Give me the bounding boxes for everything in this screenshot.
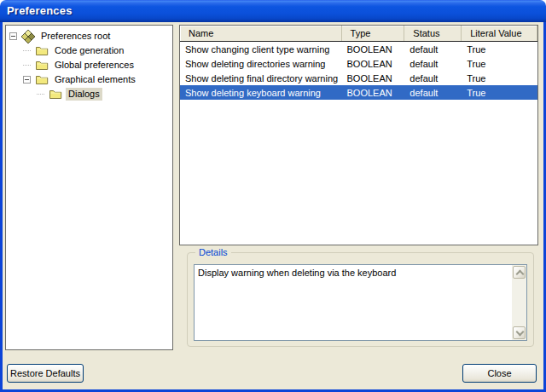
properties-table: NameTypeStatusLiteral Value Show changin…: [179, 25, 538, 245]
cell-literal-value: True: [462, 59, 537, 69]
tree-item-label: Code generation: [52, 44, 126, 57]
column-header-literal-value[interactable]: Literal Value: [462, 26, 537, 41]
folder-icon: [35, 59, 49, 72]
restore-defaults-button[interactable]: Restore Defaults: [7, 364, 84, 383]
scroll-down-icon: [516, 328, 525, 337]
tree-expander-minus-icon[interactable]: [9, 32, 17, 40]
table-row[interactable]: Show changing client type warningBOOLEAN…: [180, 42, 537, 56]
cell-name: Show deleting keyboard warning: [180, 88, 342, 98]
tree-item-label: Graphical elements: [52, 73, 138, 86]
preferences-root-icon: [21, 30, 36, 43]
cell-type: BOOLEAN: [342, 59, 405, 69]
scroll-up-icon: [516, 270, 525, 279]
table-row[interactable]: Show deleting final directory warningBOO…: [180, 71, 537, 85]
tree-item-code-generation[interactable]: Code generation: [6, 43, 172, 58]
tree-item-dialogs[interactable]: Dialogs: [6, 87, 172, 101]
details-group-label: Details: [195, 247, 231, 257]
cell-name: Show deleting directories warning: [180, 59, 342, 69]
table-row[interactable]: Show deleting keyboard warningBOOLEANdef…: [180, 85, 537, 100]
tree-connector-line: [37, 94, 44, 95]
scroll-down-button[interactable]: [513, 326, 526, 339]
cell-literal-value: True: [462, 73, 537, 84]
cell-type: BOOLEAN: [342, 44, 405, 55]
table-header: NameTypeStatusLiteral Value: [180, 26, 537, 42]
table-body: Show changing client type warningBOOLEAN…: [180, 42, 537, 100]
folder-icon: [35, 73, 49, 87]
folder-icon: [49, 88, 63, 101]
tree-connector-line: [23, 65, 31, 66]
cell-status: default: [404, 44, 462, 55]
tree-item-label: Dialogs: [66, 88, 102, 101]
close-button[interactable]: Close: [462, 364, 537, 383]
preferences-dialog: Preferences Preferences rootCode generat…: [0, 0, 546, 392]
cell-name: Show deleting final directory warning: [180, 73, 342, 84]
tree-item-label: Global preferences: [52, 59, 136, 72]
tree-expander-minus-icon[interactable]: [23, 76, 31, 84]
cell-status: default: [404, 88, 462, 98]
tree-item-preferences-root[interactable]: Preferences root: [6, 29, 172, 43]
preferences-tree: Preferences rootCode generationGlobal pr…: [5, 25, 173, 350]
column-header-status[interactable]: Status: [404, 26, 462, 41]
titlebar[interactable]: Preferences: [0, 0, 546, 22]
column-header-name[interactable]: Name: [180, 26, 342, 41]
details-textarea[interactable]: Display warning when deleting via the ke…: [194, 264, 527, 341]
column-header-type[interactable]: Type: [342, 26, 405, 41]
table-row[interactable]: Show deleting directories warningBOOLEAN…: [180, 56, 537, 71]
tree-item-global-preferences[interactable]: Global preferences: [6, 58, 172, 72]
dialog-body: Preferences rootCode generationGlobal pr…: [0, 22, 546, 392]
tree-connector-line: [23, 50, 31, 52]
cell-name: Show changing client type warning: [180, 44, 342, 55]
tree-item-label: Preferences root: [38, 30, 113, 43]
window-title: Preferences: [7, 4, 73, 17]
cell-type: BOOLEAN: [342, 88, 405, 98]
scroll-up-button[interactable]: [513, 266, 526, 279]
cell-type: BOOLEAN: [342, 73, 405, 84]
folder-icon: [35, 44, 49, 58]
details-scrollbar[interactable]: [512, 265, 526, 340]
tree-item-graphical-elements[interactable]: Graphical elements: [6, 72, 172, 87]
cell-literal-value: True: [462, 88, 537, 98]
cell-status: default: [404, 73, 462, 84]
details-group: Details Display warning when deleting vi…: [187, 252, 534, 347]
cell-literal-value: True: [462, 44, 537, 55]
cell-status: default: [404, 59, 462, 69]
details-text: Display warning when deleting via the ke…: [195, 265, 526, 280]
